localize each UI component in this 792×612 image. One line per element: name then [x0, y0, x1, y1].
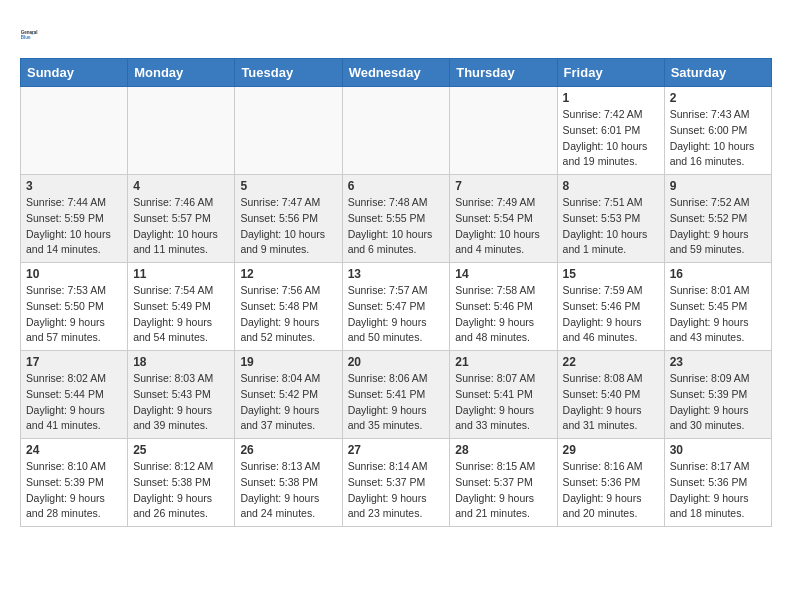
calendar-cell: 6Sunrise: 7:48 AMSunset: 5:55 PMDaylight… [342, 175, 450, 263]
day-number: 30 [670, 443, 766, 457]
day-number: 29 [563, 443, 659, 457]
day-info: Sunrise: 7:58 AMSunset: 5:46 PMDaylight:… [455, 283, 551, 346]
day-number: 17 [26, 355, 122, 369]
day-info: Sunrise: 7:59 AMSunset: 5:46 PMDaylight:… [563, 283, 659, 346]
weekday-header-tuesday: Tuesday [235, 59, 342, 87]
weekday-header-sunday: Sunday [21, 59, 128, 87]
week-row-5: 24Sunrise: 8:10 AMSunset: 5:39 PMDayligh… [21, 439, 772, 527]
calendar-cell: 22Sunrise: 8:08 AMSunset: 5:40 PMDayligh… [557, 351, 664, 439]
svg-text:General: General [21, 30, 38, 35]
weekday-header-wednesday: Wednesday [342, 59, 450, 87]
calendar-cell: 21Sunrise: 8:07 AMSunset: 5:41 PMDayligh… [450, 351, 557, 439]
day-number: 11 [133, 267, 229, 281]
calendar-cell: 23Sunrise: 8:09 AMSunset: 5:39 PMDayligh… [664, 351, 771, 439]
day-number: 27 [348, 443, 445, 457]
calendar-cell: 12Sunrise: 7:56 AMSunset: 5:48 PMDayligh… [235, 263, 342, 351]
calendar-cell: 14Sunrise: 7:58 AMSunset: 5:46 PMDayligh… [450, 263, 557, 351]
weekday-header-thursday: Thursday [450, 59, 557, 87]
day-number: 20 [348, 355, 445, 369]
day-number: 15 [563, 267, 659, 281]
calendar-cell [450, 87, 557, 175]
logo: General Blue [20, 20, 48, 48]
day-number: 28 [455, 443, 551, 457]
day-number: 8 [563, 179, 659, 193]
day-number: 7 [455, 179, 551, 193]
day-info: Sunrise: 7:42 AMSunset: 6:01 PMDaylight:… [563, 107, 659, 170]
day-number: 4 [133, 179, 229, 193]
day-info: Sunrise: 8:17 AMSunset: 5:36 PMDaylight:… [670, 459, 766, 522]
day-number: 19 [240, 355, 336, 369]
day-info: Sunrise: 8:12 AMSunset: 5:38 PMDaylight:… [133, 459, 229, 522]
day-number: 24 [26, 443, 122, 457]
calendar-cell: 1Sunrise: 7:42 AMSunset: 6:01 PMDaylight… [557, 87, 664, 175]
calendar-cell [235, 87, 342, 175]
day-info: Sunrise: 8:09 AMSunset: 5:39 PMDaylight:… [670, 371, 766, 434]
header: General Blue [20, 20, 772, 48]
calendar-cell: 11Sunrise: 7:54 AMSunset: 5:49 PMDayligh… [128, 263, 235, 351]
day-number: 14 [455, 267, 551, 281]
day-info: Sunrise: 7:53 AMSunset: 5:50 PMDaylight:… [26, 283, 122, 346]
day-number: 16 [670, 267, 766, 281]
calendar-cell: 30Sunrise: 8:17 AMSunset: 5:36 PMDayligh… [664, 439, 771, 527]
calendar-cell [21, 87, 128, 175]
day-info: Sunrise: 8:14 AMSunset: 5:37 PMDaylight:… [348, 459, 445, 522]
calendar-cell: 7Sunrise: 7:49 AMSunset: 5:54 PMDaylight… [450, 175, 557, 263]
day-number: 1 [563, 91, 659, 105]
day-info: Sunrise: 7:46 AMSunset: 5:57 PMDaylight:… [133, 195, 229, 258]
weekday-header-saturday: Saturday [664, 59, 771, 87]
calendar-cell: 16Sunrise: 8:01 AMSunset: 5:45 PMDayligh… [664, 263, 771, 351]
day-info: Sunrise: 8:04 AMSunset: 5:42 PMDaylight:… [240, 371, 336, 434]
day-info: Sunrise: 7:52 AMSunset: 5:52 PMDaylight:… [670, 195, 766, 258]
weekday-header-row: SundayMondayTuesdayWednesdayThursdayFrid… [21, 59, 772, 87]
week-row-2: 3Sunrise: 7:44 AMSunset: 5:59 PMDaylight… [21, 175, 772, 263]
calendar-cell: 3Sunrise: 7:44 AMSunset: 5:59 PMDaylight… [21, 175, 128, 263]
weekday-header-monday: Monday [128, 59, 235, 87]
calendar-cell [128, 87, 235, 175]
calendar-cell: 2Sunrise: 7:43 AMSunset: 6:00 PMDaylight… [664, 87, 771, 175]
calendar-cell: 18Sunrise: 8:03 AMSunset: 5:43 PMDayligh… [128, 351, 235, 439]
day-number: 9 [670, 179, 766, 193]
day-number: 12 [240, 267, 336, 281]
calendar-cell: 15Sunrise: 7:59 AMSunset: 5:46 PMDayligh… [557, 263, 664, 351]
calendar-cell [342, 87, 450, 175]
calendar-cell: 8Sunrise: 7:51 AMSunset: 5:53 PMDaylight… [557, 175, 664, 263]
week-row-3: 10Sunrise: 7:53 AMSunset: 5:50 PMDayligh… [21, 263, 772, 351]
day-number: 22 [563, 355, 659, 369]
day-number: 23 [670, 355, 766, 369]
calendar-cell: 24Sunrise: 8:10 AMSunset: 5:39 PMDayligh… [21, 439, 128, 527]
calendar-cell: 25Sunrise: 8:12 AMSunset: 5:38 PMDayligh… [128, 439, 235, 527]
week-row-4: 17Sunrise: 8:02 AMSunset: 5:44 PMDayligh… [21, 351, 772, 439]
calendar-cell: 28Sunrise: 8:15 AMSunset: 5:37 PMDayligh… [450, 439, 557, 527]
calendar-cell: 13Sunrise: 7:57 AMSunset: 5:47 PMDayligh… [342, 263, 450, 351]
day-number: 18 [133, 355, 229, 369]
calendar-cell: 9Sunrise: 7:52 AMSunset: 5:52 PMDaylight… [664, 175, 771, 263]
day-info: Sunrise: 7:57 AMSunset: 5:47 PMDaylight:… [348, 283, 445, 346]
day-info: Sunrise: 8:02 AMSunset: 5:44 PMDaylight:… [26, 371, 122, 434]
day-number: 13 [348, 267, 445, 281]
day-info: Sunrise: 7:44 AMSunset: 5:59 PMDaylight:… [26, 195, 122, 258]
day-info: Sunrise: 7:43 AMSunset: 6:00 PMDaylight:… [670, 107, 766, 170]
calendar-table: SundayMondayTuesdayWednesdayThursdayFrid… [20, 58, 772, 527]
day-info: Sunrise: 7:54 AMSunset: 5:49 PMDaylight:… [133, 283, 229, 346]
day-info: Sunrise: 7:48 AMSunset: 5:55 PMDaylight:… [348, 195, 445, 258]
day-number: 25 [133, 443, 229, 457]
day-info: Sunrise: 7:49 AMSunset: 5:54 PMDaylight:… [455, 195, 551, 258]
day-number: 3 [26, 179, 122, 193]
day-info: Sunrise: 8:13 AMSunset: 5:38 PMDaylight:… [240, 459, 336, 522]
day-info: Sunrise: 8:10 AMSunset: 5:39 PMDaylight:… [26, 459, 122, 522]
logo-icon: General Blue [20, 20, 48, 48]
day-number: 26 [240, 443, 336, 457]
weekday-header-friday: Friday [557, 59, 664, 87]
day-info: Sunrise: 8:06 AMSunset: 5:41 PMDaylight:… [348, 371, 445, 434]
day-info: Sunrise: 8:08 AMSunset: 5:40 PMDaylight:… [563, 371, 659, 434]
day-info: Sunrise: 8:03 AMSunset: 5:43 PMDaylight:… [133, 371, 229, 434]
day-info: Sunrise: 8:01 AMSunset: 5:45 PMDaylight:… [670, 283, 766, 346]
day-info: Sunrise: 8:16 AMSunset: 5:36 PMDaylight:… [563, 459, 659, 522]
day-number: 10 [26, 267, 122, 281]
calendar-cell: 4Sunrise: 7:46 AMSunset: 5:57 PMDaylight… [128, 175, 235, 263]
day-info: Sunrise: 7:56 AMSunset: 5:48 PMDaylight:… [240, 283, 336, 346]
calendar-cell: 19Sunrise: 8:04 AMSunset: 5:42 PMDayligh… [235, 351, 342, 439]
day-number: 6 [348, 179, 445, 193]
day-number: 2 [670, 91, 766, 105]
calendar-cell: 27Sunrise: 8:14 AMSunset: 5:37 PMDayligh… [342, 439, 450, 527]
